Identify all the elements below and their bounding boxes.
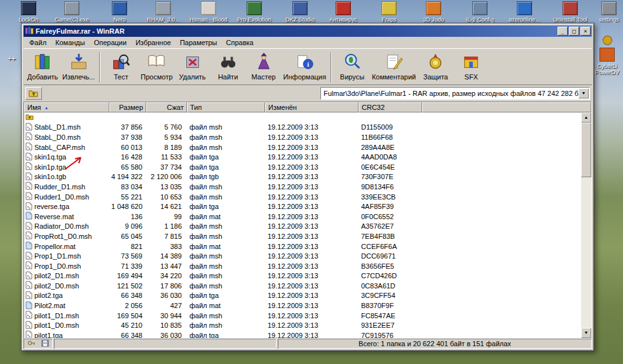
file-crc: 931E2EE7 [359, 321, 422, 329]
desktop-icon[interactable]: DKZ Studio [280, 1, 320, 23]
file-row[interactable]: pilot1.tga66 34836 030файл tga19.12.2009… [24, 330, 581, 338]
desktop-icon[interactable]: Game(C).exe [51, 1, 92, 23]
file-size: 65 580 [109, 163, 146, 171]
menu-item-0[interactable]: Файл [25, 37, 51, 48]
file-row[interactable]: StabL_CAP.msh60 0138 189файл msh19.12.20… [24, 142, 581, 152]
comment-button[interactable]: Комментарий [370, 50, 418, 84]
file-name: skin1o.tgb [24, 172, 109, 182]
file-modified: 19.12.2009 3:13 [265, 133, 359, 141]
desktop-icon[interactable]: Uninstall Tool [550, 1, 591, 23]
desktop-icon-label: DKZ Studio [280, 17, 320, 23]
file-name: pilot1_D1.msh [24, 311, 109, 320]
maximize-button[interactable]: □ [569, 27, 579, 36]
desktop-icon-image[interactable] [599, 48, 615, 62]
sfx-button[interactable]: SFX [453, 50, 489, 84]
desktop-icon[interactable]: LockOn [8, 1, 49, 23]
file-modified: 19.12.2009 3:13 [265, 123, 359, 131]
desktop-icon[interactable]: settings [589, 1, 623, 23]
virus-scan-button[interactable]: Вирусы [334, 50, 370, 84]
file-icon [25, 162, 32, 172]
dropdown-arrow-icon[interactable]: ▼ [578, 88, 589, 98]
column-header-1[interactable]: Размер [109, 102, 146, 112]
file-crc: 730F307E [359, 173, 422, 180]
menu-item-3[interactable]: Избранное [131, 37, 175, 48]
column-header-3[interactable]: Тип [187, 102, 265, 112]
file-row[interactable]: reverse.tga1 048 62014 621файл tga19.12.… [24, 201, 581, 212]
file-type: файл msh [187, 312, 265, 320]
add-button[interactable]: Добавить [25, 50, 60, 84]
protect-icon [425, 50, 446, 73]
address-combo[interactable]: Fulmar\3do\Plane\Fulmar1 - RAR архив, ра… [320, 87, 590, 100]
scrollbar-thumb[interactable] [581, 123, 591, 177]
menu-item-2[interactable]: Операции [90, 37, 131, 48]
file-packed: 13 035 [146, 183, 187, 191]
scroll-up-button[interactable]: ▲ [581, 112, 591, 123]
file-name-label: Reverse.mat [34, 213, 74, 220]
file-row[interactable]: Rudder_D1.msh83 03413 035файл msh19.12.2… [24, 182, 581, 192]
file-row[interactable]: StabL_D0.msh37 9385 934файл msh19.12.200… [24, 132, 581, 142]
scroll-down-button[interactable]: ▼ [581, 328, 591, 338]
file-type: файл msh [187, 144, 265, 151]
file-name-label: skin1o.tgb [34, 173, 66, 180]
delete-button[interactable]: Удалить [175, 50, 210, 84]
file-modified: 19.12.2009 3:13 [265, 203, 359, 210]
file-row[interactable]: pilot1_D1.msh169 50430 944файл msh19.12.… [24, 311, 581, 321]
info-button[interactable]: iИнформация [282, 50, 328, 84]
file-type: файл mat [187, 213, 265, 220]
toolbar-button-label: Просмотр [140, 73, 172, 81]
menu-item-5[interactable]: Справка [222, 37, 258, 48]
file-row[interactable]: Prop1_D1.msh73 56914 389файл msh19.12.20… [24, 251, 581, 261]
menu-item-1[interactable]: Команды [51, 37, 90, 48]
file-row[interactable]: pilot2.tga66 34836 030файл tga19.12.2009… [24, 291, 581, 301]
file-row[interactable]: PropRot1_D0.msh65 0457 815файл msh19.12.… [24, 231, 581, 241]
column-header-2[interactable]: Сжат [146, 102, 187, 112]
gold-badge-icon[interactable] [603, 36, 612, 45]
column-header-0[interactable]: Имя▲ [24, 102, 109, 112]
menu-item-4[interactable]: Параметры [175, 37, 222, 48]
sfx-icon [460, 50, 482, 73]
file-modified: 19.12.2009 3:13 [265, 321, 359, 329]
file-row[interactable]: Reverse.mat13699файл mat19.12.2009 3:130… [24, 212, 581, 222]
close-button[interactable]: × [580, 27, 591, 36]
desktop-icon[interactable]: Fraps [369, 1, 409, 23]
file-name-label: pilot1_D1.msh [34, 312, 79, 320]
file-row[interactable]: Propellor.mat821383файл mat19.12.2009 3:… [24, 241, 581, 252]
column-header-4[interactable]: Изменён [265, 102, 359, 112]
file-size: 169 504 [109, 312, 146, 320]
file-row[interactable]: Pilot2.mat2 056427файл mat19.12.2009 3:1… [24, 300, 581, 311]
vertical-scrollbar[interactable]: ▲ ▼ [581, 112, 591, 338]
column-header-5[interactable]: CRC32 [359, 102, 422, 112]
file-name-label: pilot2_D0.msh [34, 282, 79, 290]
view-icon [146, 50, 167, 73]
desktop-icon[interactable]: azeronline... [504, 1, 545, 23]
up-directory-button[interactable] [25, 87, 42, 100]
protect-button[interactable]: Защита [418, 50, 453, 84]
extract-button[interactable]: Извлечь... [60, 50, 97, 84]
file-row[interactable]: Radiator_D0.msh9 0961 186файл msh19.12.2… [24, 222, 581, 232]
file-row[interactable]: skin1p.tga65 58037 734файл tga19.12.2009… [24, 162, 581, 172]
titlebar[interactable]: FaireyFulmar.rar - WinRAR _ □ × [24, 25, 592, 37]
minimize-button[interactable]: _ [558, 27, 568, 36]
desktop-icon[interactable]: RHAM_3.0... [143, 1, 184, 23]
file-modified: 19.12.2009 3:13 [265, 163, 359, 171]
file-row[interactable]: Prop1_D0.msh71 33913 447файл msh19.12.20… [24, 261, 581, 271]
file-icon [25, 311, 32, 320]
wizard-button[interactable]: Мастер [246, 50, 282, 84]
file-crc: 339EE3CB [359, 193, 422, 201]
file-crc: 7EB4F83B [359, 233, 422, 240]
file-size: 4 194 322 [109, 173, 146, 180]
parent-directory-row[interactable] [24, 112, 581, 123]
file-row[interactable]: pilot2_D0.msh121 50217 806файл msh19.12.… [24, 281, 581, 291]
file-row[interactable]: pilot1_D0.msh45 21010 835файл msh19.12.2… [24, 320, 581, 330]
file-row[interactable]: pilot2_D1.msh169 49434 220файл msh19.12.… [24, 271, 581, 281]
file-row[interactable]: StabL_D1.msh37 8565 760файл msh19.12.200… [24, 123, 581, 133]
desktop-icon-label: Game(C).exe [51, 17, 92, 23]
test-button[interactable]: Тест [103, 50, 139, 84]
find-button[interactable]: Найти [210, 50, 246, 84]
file-row[interactable]: Rudder1_D0.msh55 22110 653файл msh19.12.… [24, 192, 581, 202]
file-row[interactable]: skin1q.tga16 42811 533файл tga19.12.2009… [24, 152, 581, 162]
window-title: FaireyFulmar.rar - WinRAR [36, 27, 556, 35]
view-button[interactable]: Просмотр [139, 50, 174, 84]
file-row[interactable]: skin1o.tgb4 194 3222 120 006файл tgb19.1… [24, 172, 581, 182]
file-icon [25, 241, 32, 251]
